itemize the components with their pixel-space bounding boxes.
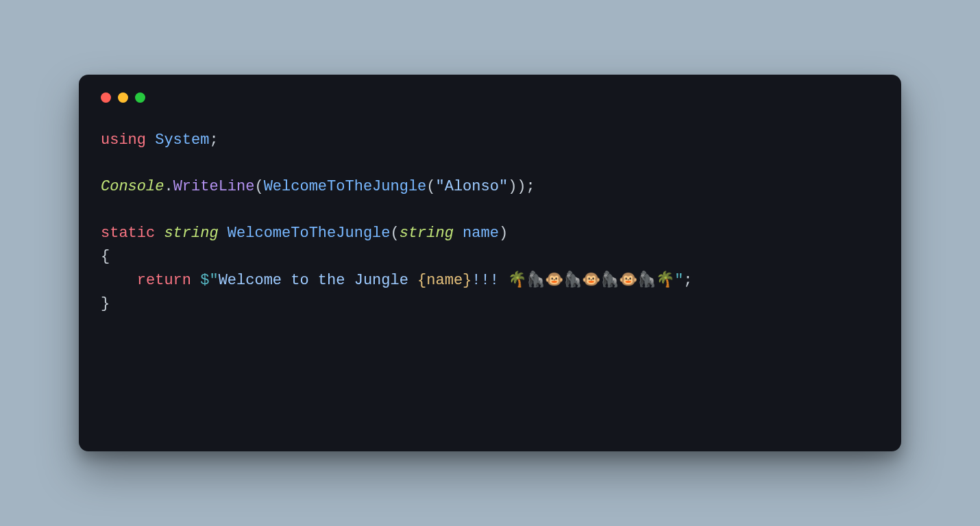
semicolon: ; — [526, 178, 535, 195]
string-bang: !!! — [471, 272, 508, 289]
lbrace: { — [101, 248, 110, 265]
quote-open: " — [209, 272, 218, 289]
code-block: using System; Console.WriteLine(WelcomeT… — [101, 129, 879, 316]
string-alonso: Alonso — [445, 178, 499, 195]
code-window: using System; Console.WriteLine(WelcomeT… — [79, 75, 901, 451]
rparen: ) — [508, 178, 517, 195]
rparen: ) — [517, 178, 526, 195]
param-type-string: string — [400, 225, 454, 242]
interp-brace-open: { — [417, 272, 426, 289]
keyword-return: return — [137, 272, 191, 289]
type-string: string — [164, 225, 218, 242]
keyword-using: using — [101, 132, 146, 149]
lparen: ( — [390, 225, 399, 242]
maximize-icon[interactable] — [135, 92, 145, 103]
decl-welcome: WelcomeToTheJungle — [228, 225, 391, 242]
rbrace: } — [101, 295, 110, 312]
minimize-icon[interactable] — [118, 92, 128, 103]
quote-open: " — [436, 178, 445, 195]
interp-var-name: name — [426, 272, 463, 289]
close-icon[interactable] — [101, 92, 111, 103]
param-name: name — [463, 225, 499, 242]
lparen: ( — [254, 178, 263, 195]
call-welcome: WelcomeToTheJungle — [264, 178, 427, 195]
quote-close: " — [674, 272, 683, 289]
indent — [101, 272, 137, 289]
rparen: ) — [499, 225, 508, 242]
keyword-static: static — [101, 225, 155, 242]
semicolon: ; — [683, 272, 692, 289]
dot: . — [164, 178, 173, 195]
interp-dollar: $ — [200, 272, 209, 289]
lparen: ( — [426, 178, 435, 195]
semicolon: ; — [209, 132, 218, 149]
string-emojis: 🌴🦍🐵🦍🐵🦍🐵🦍🌴 — [508, 272, 674, 289]
method-writeline: WriteLine — [173, 178, 255, 195]
string-welcome-pre: Welcome to the Jungle — [219, 272, 417, 289]
window-traffic-lights — [101, 92, 879, 103]
quote-close: " — [499, 178, 508, 195]
interp-brace-close: } — [463, 272, 471, 289]
namespace-system: System — [155, 132, 209, 149]
class-console: Console — [101, 178, 164, 195]
